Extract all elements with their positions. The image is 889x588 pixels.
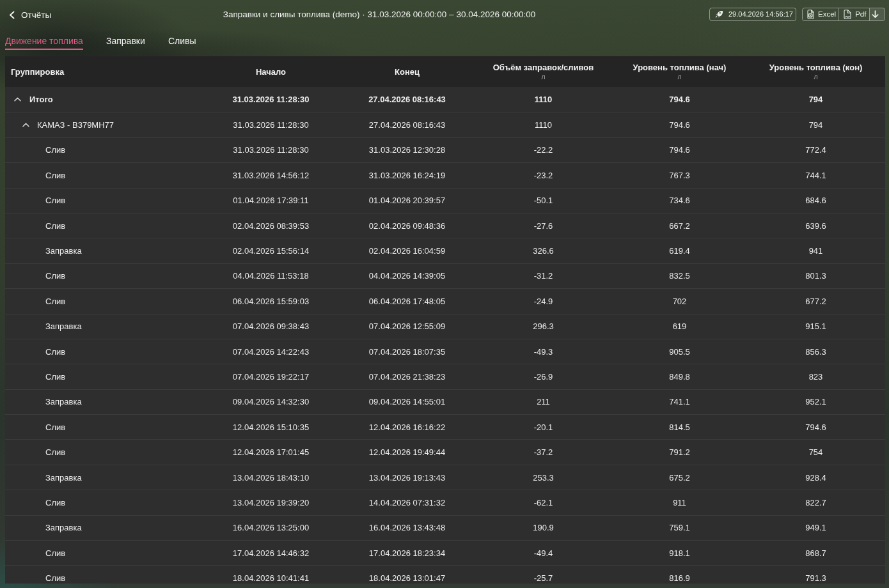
svg-text:PDF: PDF [846, 15, 851, 18]
